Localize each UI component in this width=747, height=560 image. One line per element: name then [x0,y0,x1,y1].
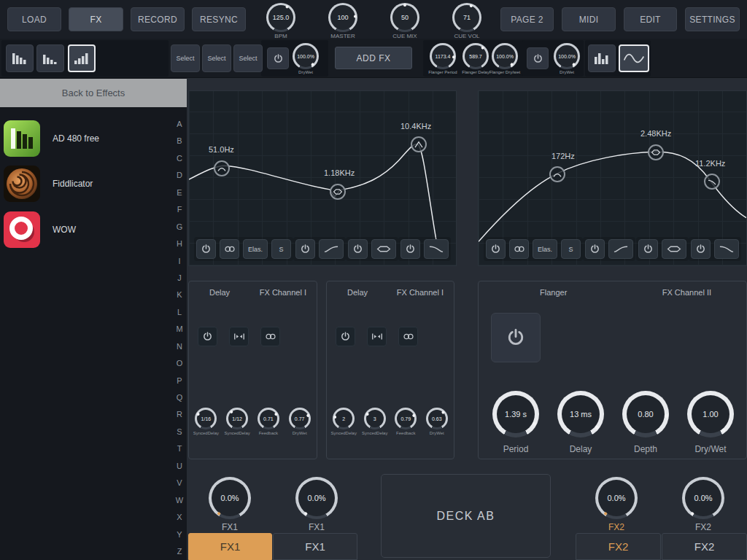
eq-node-handle-low[interactable] [214,160,230,176]
fx2-amount-knob-a[interactable]: 0.0% FX2 [595,477,638,532]
flanger-delay-knob[interactable]: 13 ms Delay [557,391,604,454]
waveform-view-button[interactable] [588,44,616,72]
back-to-effects-button[interactable]: Back to Effects [0,79,187,107]
synced-delay-knob-1[interactable]: 2 SyncedDelay [329,408,358,435]
highpass-filter-button[interactable] [319,239,344,259]
flanger-period-knob[interactable]: 1.39 s Period [492,391,539,454]
eq-view-2-button[interactable] [36,44,64,72]
flanger-drywet-knob[interactable]: 1.00 Dry/Wet [687,391,734,454]
bpm-knob[interactable]: 125.0 BPM [266,3,295,39]
alphabet-letter-g[interactable]: G [177,222,183,231]
alphabet-letter-r[interactable]: R [177,410,182,419]
load-button[interactable]: LOAD [7,7,61,31]
delay-link-button[interactable] [260,327,280,346]
fx2-amount-knob-b[interactable]: 0.0% FX2 [682,477,724,532]
drywet-knob-2[interactable]: 100.0% DryWet [554,43,580,74]
synced-delay-knob-1[interactable]: 1/16 SyncedDelay [191,408,220,435]
record-button[interactable]: RECORD [131,7,185,31]
alphabet-letter-o[interactable]: O [177,359,183,368]
alphabet-letter-y[interactable]: Y [177,530,182,539]
eq-node-handle-mid[interactable] [330,184,346,200]
drywet-knob[interactable]: 0.77 DryWet [285,408,314,435]
drywet-knob-1[interactable]: 100.0% DryWet [293,43,319,74]
delay-power-button[interactable] [336,327,355,346]
cue-vol-knob[interactable]: 71 CUE VOL [452,3,481,39]
midi-button[interactable]: MIDI [562,7,616,31]
delay-link-button[interactable] [398,327,418,346]
synced-delay-knob-2[interactable]: 1/12 SyncedDelay [222,408,252,435]
notch-power-button[interactable] [638,239,658,259]
notch-filter-button[interactable] [371,239,396,259]
effect-item-ad480[interactable]: AD 480 free [3,118,184,159]
alphabet-letter-w[interactable]: W [176,496,183,505]
fx-button[interactable]: FX [69,7,123,31]
fx1-tab-b[interactable]: FX1 [273,533,357,560]
sine-view-button[interactable] [619,44,649,72]
fx1-power-button[interactable] [267,47,289,69]
alphabet-letter-e[interactable]: E [177,188,182,197]
cue-mix-knob[interactable]: 50 CUE MIX [390,3,419,39]
alphabet-letter-d[interactable]: D [177,171,182,179]
fx1-amount-knob-b[interactable]: 0.0% FX1 [295,477,338,532]
fx2-power-button[interactable] [527,47,549,69]
effect-item-fiddlicator[interactable]: Fiddlicator [3,163,184,204]
deck-ab-button[interactable]: DECK AB [381,474,551,558]
alphabet-letter-f[interactable]: F [177,205,182,214]
solo-button[interactable]: S [271,239,291,259]
fx1-amount-knob-a[interactable]: 0.0% FX1 [209,477,251,532]
notch-power-button[interactable] [348,239,368,259]
alphabet-letter-c[interactable]: C [177,154,182,163]
alphabet-letter-q[interactable]: Q [177,393,183,402]
effect-item-wow[interactable]: WOW [3,209,184,250]
eq-power-button[interactable] [486,239,506,259]
alphabet-letter-l[interactable]: L [177,308,182,316]
elastique-button[interactable]: Elas. [243,239,268,259]
highpass-power-button[interactable] [585,239,605,259]
beat-nudge-button[interactable] [229,327,249,346]
fx2-tab-a[interactable]: FX2 [576,533,661,560]
add-fx-button[interactable]: ADD FX [335,47,412,69]
alphabet-letter-a[interactable]: A [177,120,182,128]
alphabet-letter-v[interactable]: V [177,478,182,487]
alphabet-letter-p[interactable]: P [177,376,182,385]
flanger-power-button[interactable] [491,313,541,362]
alphabet-letter-j[interactable]: J [177,273,182,282]
beat-nudge-button[interactable] [367,327,387,346]
flanger-delay-knob[interactable]: 589.7 Flanger Delay [462,43,489,74]
highpass-power-button[interactable] [295,239,315,259]
alphabet-letter-z[interactable]: Z [177,547,182,556]
lowpass-power-button[interactable] [691,239,711,259]
alphabet-letter-h[interactable]: H [177,239,182,248]
page2-button[interactable]: PAGE 2 [500,7,554,31]
alphabet-letter-b[interactable]: B [177,136,182,145]
flanger-drywet-knob[interactable]: 100.0% Flanger Dry/wet [492,43,518,74]
eq-node-handle-low[interactable] [549,166,565,182]
alphabet-letter-k[interactable]: K [177,290,182,299]
settings-button[interactable]: SETTINGS [685,7,740,31]
eq-view-3-button[interactable] [68,44,96,72]
fx2-tab-b[interactable]: FX2 [662,533,747,560]
synced-delay-knob-2[interactable]: 3 SyncedDelay [360,408,390,435]
eq-node-handle-high[interactable] [411,136,427,152]
feedback-knob[interactable]: 0.71 Feedback [254,408,283,435]
select-button-3[interactable]: Select [233,44,263,72]
highpass-filter-button[interactable] [608,239,633,259]
alphabet-letter-t[interactable]: T [177,444,182,453]
select-button-1[interactable]: Select [171,44,200,72]
master-knob[interactable]: 100 MASTER [328,3,357,39]
alphabet-letter-m[interactable]: M [176,324,182,333]
alphabet-letter-s[interactable]: S [177,427,182,436]
lowpass-power-button[interactable] [400,239,420,259]
eq-node-handle-high[interactable] [704,174,720,190]
eq-view-1-button[interactable] [6,44,34,72]
drywet-knob[interactable]: 0.63 DryWet [422,408,452,435]
elastique-button[interactable]: Elas. [533,239,557,259]
alphabet-letter-x[interactable]: X [177,513,182,521]
fx1-tab-a[interactable]: FX1 [188,533,272,560]
solo-button[interactable]: S [561,239,581,259]
lowpass-filter-button[interactable] [714,239,739,259]
eq-node-handle-mid[interactable] [648,144,664,160]
alphabet-letter-u[interactable]: U [177,462,182,470]
feedback-knob[interactable]: 0.79 Feedback [391,408,420,435]
flanger-depth-knob[interactable]: 0.80 Depth [622,391,669,454]
